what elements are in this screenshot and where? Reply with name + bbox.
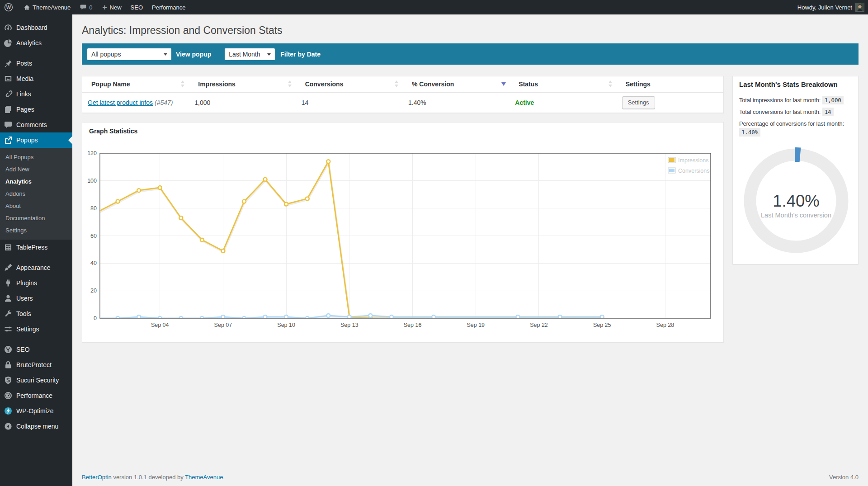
howdy-account-menu[interactable]: Howdy, Julien Vernet — [797, 4, 852, 11]
sidebar-subitem-addons[interactable]: Addons — [0, 188, 72, 200]
sidebar-item-comments[interactable]: Comments — [0, 117, 72, 132]
themeavenue-link[interactable]: ThemeAvenue — [185, 474, 223, 481]
sidebar-subitem-about[interactable]: About — [0, 200, 72, 212]
column-header-popup-name[interactable]: Popup Name — [82, 76, 189, 92]
sidebar-item-label: BruteProtect — [16, 361, 52, 368]
sidebar-item-settings[interactable]: Settings — [0, 321, 72, 337]
legend-impressions: Impressions — [668, 157, 708, 164]
stat-value: 14 — [822, 108, 834, 116]
sidebar-item-bruteprotect[interactable]: BruteProtect — [0, 357, 72, 373]
column-header-status[interactable]: Status — [509, 76, 616, 92]
wordpress-logo-menu[interactable] — [0, 0, 17, 14]
svg-text:Sep 19: Sep 19 — [467, 322, 485, 328]
svg-text:Sep 04: Sep 04 — [151, 322, 169, 328]
donut-percent-label: 1.40% — [773, 192, 820, 210]
sidebar-item-pages[interactable]: Pages — [0, 102, 72, 117]
sidebar-subitem-documentation[interactable]: Documentation — [0, 212, 72, 224]
date-range-select[interactable]: Last Month — [225, 48, 275, 60]
svg-text:20: 20 — [90, 288, 97, 294]
svg-text:40: 40 — [90, 260, 97, 266]
table-body: Get latest product infos(#547)1,000141.4… — [82, 92, 723, 113]
popup-name-link[interactable]: Get latest product infos — [88, 99, 153, 106]
cell-popup-name: Get latest product infos(#547) — [82, 92, 189, 113]
sidebar-item-collapse-menu[interactable]: Collapse menu — [0, 419, 72, 434]
sidebar-item-dashboard[interactable]: Dashboard — [0, 20, 72, 35]
cell-conversions: 14 — [296, 92, 403, 113]
avatar[interactable] — [856, 3, 864, 11]
x-axis-labels: Sep 04Sep 07Sep 10Sep 13Sep 16Sep 19Sep … — [151, 322, 674, 328]
filter-by-date-link[interactable]: Filter by Date — [280, 51, 321, 58]
menu-separator — [0, 255, 72, 260]
sidebar-item-performance[interactable]: Performance — [0, 388, 72, 403]
sidebar-item-posts[interactable]: Posts — [0, 56, 72, 71]
analytics-icon — [4, 38, 13, 47]
sidebar-subitem-all-popups[interactable]: All Popups — [0, 151, 72, 163]
column-header-impressions[interactable]: Impressions — [189, 76, 296, 92]
svg-text:Sep 25: Sep 25 — [593, 322, 611, 328]
sidebar-item-sucuri-security[interactable]: Sucuri Security — [0, 373, 72, 388]
site-name-menu[interactable]: ThemeAvenue — [19, 0, 75, 14]
sidebar-item-links[interactable]: Links — [0, 86, 72, 102]
sidebar-item-label: Settings — [16, 326, 39, 333]
tablepress-icon — [4, 243, 13, 252]
column-header-conversions[interactable]: Conversions — [296, 76, 403, 92]
comments-icon — [4, 120, 13, 129]
seo-label: SEO — [131, 4, 143, 11]
sort-desc-icon — [501, 82, 506, 86]
table-header: Popup NameImpressionsConversions% Conver… — [82, 76, 723, 92]
sidebar-subitem-settings[interactable]: Settings — [0, 224, 72, 236]
new-content-menu[interactable]: New — [97, 0, 126, 14]
menu-separator — [0, 337, 72, 342]
sidebar-item-appearance[interactable]: Appearance — [0, 260, 72, 275]
sidebar-item-label: Pages — [16, 106, 34, 113]
sidebar-item-plugins[interactable]: Plugins — [0, 275, 72, 291]
collapse-icon — [4, 422, 13, 431]
links-icon — [4, 90, 13, 99]
series-conversions — [95, 314, 604, 320]
sidebar-item-label: SEO — [16, 346, 30, 353]
sidebar-item-popups[interactable]: Popups — [0, 132, 72, 148]
stat-line-0: Total impressions for last month: 1,000 — [739, 96, 852, 104]
popup-filter-select[interactable]: All popups — [87, 48, 171, 60]
cell-settings: Settings — [617, 92, 723, 113]
chart-grid — [100, 153, 711, 318]
betteroptin-link[interactable]: BetterOptin — [82, 474, 112, 481]
sidebar-item-label: Posts — [16, 60, 32, 67]
dashboard-icon — [4, 23, 13, 32]
performance-menu[interactable]: Performance — [147, 0, 190, 14]
column-header-settings: Settings — [617, 76, 723, 92]
view-popup-link[interactable]: View popup — [176, 51, 211, 58]
settings-button[interactable]: Settings — [622, 96, 655, 109]
sidebar-item-label: Plugins — [16, 279, 37, 287]
conversion-donut: 1.40%Last Month's conversion — [742, 146, 850, 255]
column-header-conversion[interactable]: % Conversion — [403, 76, 509, 92]
sidebar-item-seo[interactable]: SEO — [0, 342, 72, 357]
sidebar-item-label: Comments — [16, 121, 47, 128]
sidebar-item-users[interactable]: Users — [0, 291, 72, 306]
comments-count: 0 — [89, 4, 92, 11]
seo-menu[interactable]: SEO — [126, 0, 147, 14]
settings-icon — [4, 325, 13, 334]
svg-text:100: 100 — [87, 178, 97, 184]
popups-icon — [4, 136, 13, 145]
wordpress-logo-icon — [4, 3, 13, 12]
new-label: New — [110, 4, 122, 11]
comments-menu[interactable]: 0 — [75, 0, 97, 14]
sidebar-item-tablepress[interactable]: TablePress — [0, 240, 72, 255]
y-axis-labels: 020406080100120 — [87, 150, 97, 321]
svg-text:Sep 16: Sep 16 — [404, 322, 422, 328]
sidebar-item-media[interactable]: Media — [0, 71, 72, 86]
sidebar-subitem-analytics[interactable]: Analytics — [0, 175, 72, 188]
stats-lines: Total impressions for last month: 1,000T… — [739, 96, 852, 137]
appearance-icon — [4, 263, 13, 272]
sort-icon — [288, 80, 292, 87]
svg-text:Sep 07: Sep 07 — [214, 322, 232, 328]
svg-text:60: 60 — [90, 233, 97, 239]
select-arrow-icon — [267, 53, 271, 56]
sidebar-item-label: Performance — [16, 392, 52, 399]
sidebar-item-analytics[interactable]: Analytics — [0, 35, 72, 51]
sidebar-item-tools[interactable]: Tools — [0, 306, 72, 321]
sidebar-item-wp-optimize[interactable]: WP-Optimize — [0, 403, 72, 419]
svg-text:Sep 22: Sep 22 — [530, 322, 548, 328]
sidebar-subitem-add-new[interactable]: Add New — [0, 163, 72, 175]
